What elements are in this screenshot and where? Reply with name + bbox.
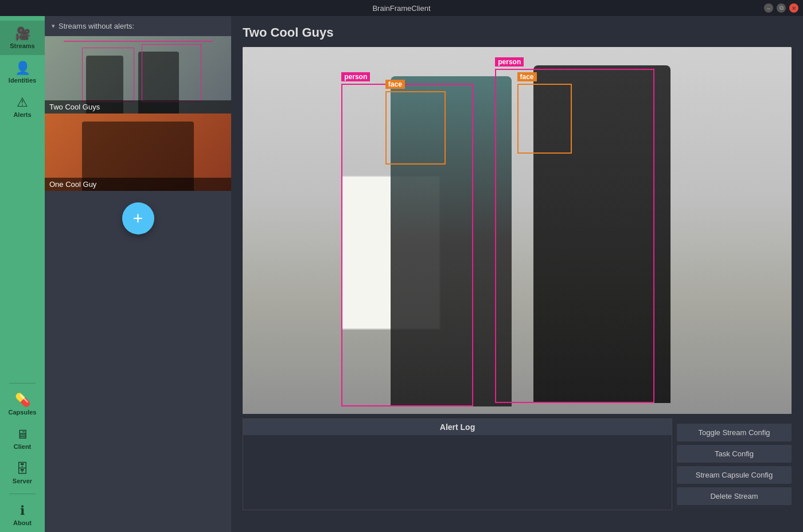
video-scene: person face person face [243,47,792,414]
thumb-detection-line [64,41,213,42]
sidebar-item-identities[interactable]: 👤 Identities [0,55,45,89]
sidebar-label-server: Server [13,478,32,484]
stream-thumb-two-cool-guys[interactable]: Two Cool Guys [45,36,231,114]
monitor-icon: 🖥 [16,427,29,442]
sidebar-item-client[interactable]: 🖥 Client [0,421,45,456]
app-title: BrainFrameClient [372,4,430,13]
info-icon: ℹ [20,503,25,518]
video-container: person face person face [243,47,792,414]
alert-icon: ⚠ [17,95,28,110]
delete-stream-button[interactable]: Delete Stream [677,487,792,505]
add-stream-button[interactable]: + [122,202,154,234]
sidebar-label-streams: Streams [10,42,34,49]
toggle-stream-config-button[interactable]: Toggle Stream Config [677,424,792,441]
thumb-one-guy-image: One Cool Guy [45,114,231,191]
streams-header-label: Streams without alerts: [59,22,134,30]
thumb-two-guys-image: Two Cool Guys [45,36,231,114]
alert-log-section: Alert Log [243,418,672,510]
bottom-bar: Alert Log Toggle Stream Config Task Conf… [243,418,792,510]
bbox-label-person-1: person [341,72,370,81]
alert-log-header: Alert Log [243,419,672,435]
sidebar-label-about: About [13,519,32,526]
camera-icon: 🎥 [15,26,30,41]
stream-label-one-cool-guy: One Cool Guy [45,178,231,191]
stream-capsule-config-button[interactable]: Stream Capsule Config [677,466,792,484]
minimize-button[interactable]: – [764,3,773,13]
sidebar-label-client: Client [14,443,32,450]
thumb-bbox-right [142,44,201,102]
window-controls: – ⧉ ✕ [764,3,798,13]
stream-title: Two Cool Guys [243,25,792,40]
restore-button[interactable]: ⧉ [777,3,786,13]
bbox-face-2: face [517,84,572,154]
sidebar-item-server[interactable]: 🗄 Server [0,456,45,490]
streams-header: ▾ Streams without alerts: [45,16,231,36]
person-icon: 👤 [15,61,30,76]
sidebar: 🎥 Streams 👤 Identities ⚠ Alerts 💊 Capsul… [0,16,45,532]
sidebar-item-about[interactable]: ℹ About [0,498,45,532]
task-config-button[interactable]: Task Config [677,445,792,463]
alert-log-body [243,435,672,510]
config-buttons: Toggle Stream Config Task Config Stream … [677,424,792,505]
thumb-bbox-left [82,48,134,102]
stream-thumb-one-cool-guy[interactable]: One Cool Guy [45,114,231,191]
bbox-face-1: face [385,91,446,165]
capsule-icon: 💊 [15,393,30,408]
bbox-label-face-1: face [385,80,405,89]
bbox-label-face-2: face [517,72,537,81]
close-button[interactable]: ✕ [789,3,798,13]
sidebar-item-alerts[interactable]: ⚠ Alerts [0,89,45,124]
bbox-label-person-2: person [495,57,524,66]
sidebar-label-capsules: Capsules [9,409,37,416]
sidebar-divider-bottom [9,494,36,494]
sidebar-item-streams[interactable]: 🎥 Streams [0,21,45,55]
app-body: 🎥 Streams 👤 Identities ⚠ Alerts 💊 Capsul… [0,16,803,532]
main-content: Two Cool Guys person face [231,16,803,532]
chevron-down-icon: ▾ [52,22,55,30]
titlebar: BrainFrameClient – ⧉ ✕ [0,0,803,16]
stream-label-two-cool-guys: Two Cool Guys [45,100,231,114]
sidebar-label-alerts: Alerts [13,111,31,118]
sidebar-label-identities: Identities [9,77,36,84]
sidebar-item-capsules[interactable]: 💊 Capsules [0,387,45,421]
sidebar-divider [9,383,36,384]
server-icon: 🗄 [16,461,29,476]
streams-panel: ▾ Streams without alerts: Two Cool Guys [45,16,231,532]
